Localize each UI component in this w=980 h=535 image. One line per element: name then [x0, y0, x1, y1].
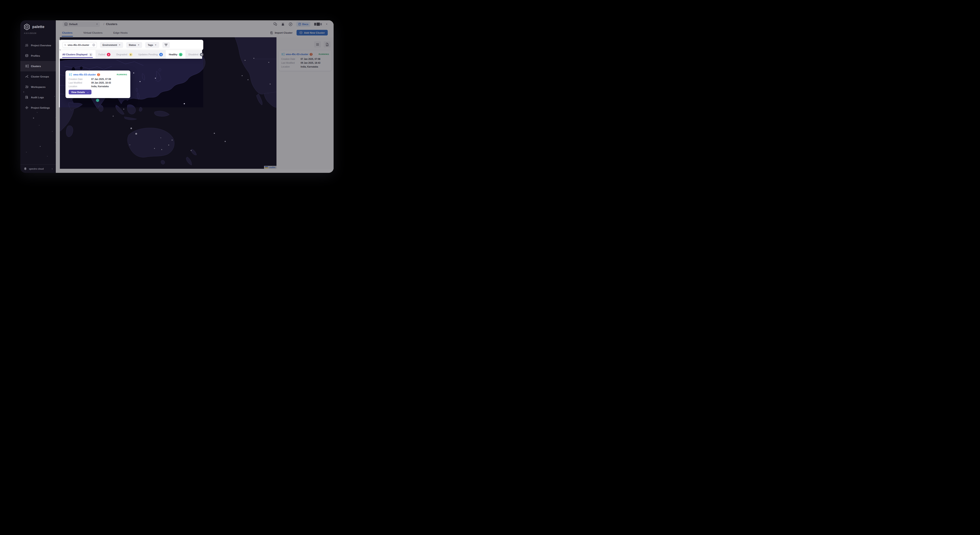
cluster-name-link[interactable]: vmo-45c-03-cluster: [73, 73, 96, 76]
status-tab[interactable]: All Clusters Displayed 1: [59, 50, 95, 59]
top-header: Default ▼ / Clusters: [56, 20, 334, 28]
layers-icon: [25, 54, 29, 57]
map-city-dot: [225, 141, 226, 142]
view-details-button[interactable]: View Details →: [68, 90, 91, 94]
status-count-badge: 0: [159, 53, 163, 56]
book-icon: [298, 23, 301, 25]
chevron-down-icon: ▼: [96, 23, 98, 25]
status-tab[interactable]: Failed 0: [95, 50, 113, 59]
decorative-star-dot: [52, 131, 52, 132]
bug-report-icon[interactable]: [281, 22, 285, 26]
svg-text:CSV: CSV: [326, 45, 329, 46]
decorative-star-dot: [33, 118, 34, 119]
sidebar-item[interactable]: Cluster Groups: [20, 72, 56, 82]
detail-value: 07 Jan 2025, 07:08: [301, 58, 329, 61]
user-menu-chevron-icon[interactable]: ▼: [326, 23, 328, 25]
list-view-toggle[interactable]: [314, 41, 321, 48]
decorative-star-dot: [40, 146, 41, 147]
cluster-name-link[interactable]: vmo-45c-03-cluster: [286, 53, 308, 56]
sidebar-item-label: Project Settings: [31, 107, 50, 109]
sidebar-item[interactable]: Project Overview: [20, 40, 56, 51]
spectro-cloud-logo-icon: [24, 167, 27, 170]
filter-dropdown[interactable]: Status ▼: [126, 42, 142, 48]
sidebar-item[interactable]: Audit Logs: [20, 92, 56, 103]
cluster-list-icon: [25, 64, 29, 68]
map-city-dot: [113, 116, 114, 116]
docs-button[interactable]: Docs: [296, 22, 310, 27]
sidebar-footer: spectro cloud ‹: [20, 164, 56, 173]
map-city-dot: [161, 138, 161, 138]
status-tab[interactable]: Degraded 0: [113, 50, 135, 59]
main-content: Default ▼ / Clusters: [56, 20, 334, 173]
search-input[interactable]: [68, 44, 91, 46]
map-city-dot: [161, 149, 162, 150]
cluster-popup: vmo-45c-03-cluster RUNNING Creation Date…: [65, 70, 130, 98]
leaflet-link[interactable]: Leaflet: [269, 166, 275, 169]
sidebar-item[interactable]: Profiles: [20, 51, 56, 61]
cluster-type-icon: [281, 53, 284, 56]
docs-label: Docs: [302, 23, 308, 25]
chevron-down-icon: ▼: [119, 44, 121, 46]
audit-log-icon: [25, 96, 29, 99]
import-cluster-button[interactable]: Import Cluster: [270, 31, 293, 34]
page-tab[interactable]: Clusters: [62, 29, 73, 37]
detail-label: Location: [281, 65, 301, 68]
sidebar-item-label: Workspaces: [31, 86, 46, 88]
page-tab[interactable]: Edge Hosts: [113, 29, 128, 37]
map-city-dot: [155, 78, 156, 79]
filter-dropdown[interactable]: Tags ▼: [145, 42, 159, 48]
sidebar-item[interactable]: Clusters: [20, 61, 56, 72]
decorative-star-dot: [47, 156, 48, 156]
brand-text: spectro cloud: [29, 168, 50, 170]
sidebar: palette 4.6.0-250108 Project Overview Pr…: [20, 20, 56, 173]
workspace-icon: [25, 85, 29, 89]
cluster-list-card[interactable]: vmo-45c-03-cluster RUNNING Creation Date…: [279, 50, 331, 71]
chevron-down-icon: ▼: [155, 44, 157, 46]
cluster-status-badge: RUNNING: [319, 53, 329, 55]
status-tab[interactable]: Disabled 0: [185, 50, 207, 59]
map-city-dot: [135, 133, 137, 135]
decorative-star-dot: [54, 96, 55, 97]
cluster-status-badge: RUNNING: [117, 73, 127, 76]
sidebar-item-label: Profiles: [31, 54, 40, 57]
decorative-star-dot: [37, 112, 38, 113]
network-icon: [25, 75, 29, 78]
search-box[interactable]: ✕: [62, 42, 97, 48]
ukraine-flag-icon: [265, 166, 268, 168]
map-city-dot: [130, 127, 132, 129]
map-city-dot: [253, 58, 254, 59]
version-label: 4.6.0-250108: [24, 32, 56, 34]
sidebar-item[interactable]: Project Settings: [20, 103, 56, 113]
right-panel: CSV vmo-45c-03-cluster RUNNING Creation …: [277, 37, 334, 169]
sidebar-item[interactable]: Workspaces: [20, 82, 56, 92]
status-count-badge: 1: [89, 53, 92, 56]
status-count-badge: 0: [200, 53, 204, 56]
compass-help-icon[interactable]: [289, 22, 293, 26]
advanced-filter-button[interactable]: [162, 42, 170, 48]
plus-circle-icon: [299, 31, 302, 34]
status-tab[interactable]: Healthy 1: [166, 50, 185, 59]
maas-provider-icon: [97, 73, 100, 76]
filter-dropdown[interactable]: Environment ▼: [100, 42, 123, 48]
map-city-dot: [140, 81, 140, 82]
add-new-cluster-button[interactable]: Add New Cluster: [297, 30, 328, 35]
project-selector[interactable]: Default ▼: [62, 21, 100, 27]
detail-label: Last Modified: [68, 81, 91, 84]
user-avatar[interactable]: [314, 22, 322, 26]
status-filter-tabs: All Clusters Displayed 1 Failed 0 Degrad…: [59, 50, 202, 59]
chevron-down-icon: ▼: [138, 44, 140, 46]
clear-search-icon[interactable]: ✕: [92, 44, 95, 46]
map-city-dot: [123, 109, 124, 110]
page-tab[interactable]: Virtual Clusters: [83, 29, 103, 37]
map-city-dot: [184, 103, 185, 104]
app-logo: palette: [20, 20, 56, 30]
search-filter-panel: ✕ Environment ▼ Status ▼ Tags ▼: [59, 40, 203, 50]
detail-value: 07 Jan 2025, 07:08: [91, 78, 127, 80]
app-window: palette 4.6.0-250108 Project Overview Pr…: [20, 20, 334, 173]
export-csv-button[interactable]: CSV: [324, 41, 331, 48]
feedback-chat-icon[interactable]: [273, 22, 277, 26]
collapse-sidebar-icon[interactable]: ‹: [52, 167, 52, 170]
status-tab[interactable]: Updates Pending 0: [135, 50, 166, 59]
chart-icon: [25, 44, 29, 47]
dim-overlay: [56, 40, 59, 107]
